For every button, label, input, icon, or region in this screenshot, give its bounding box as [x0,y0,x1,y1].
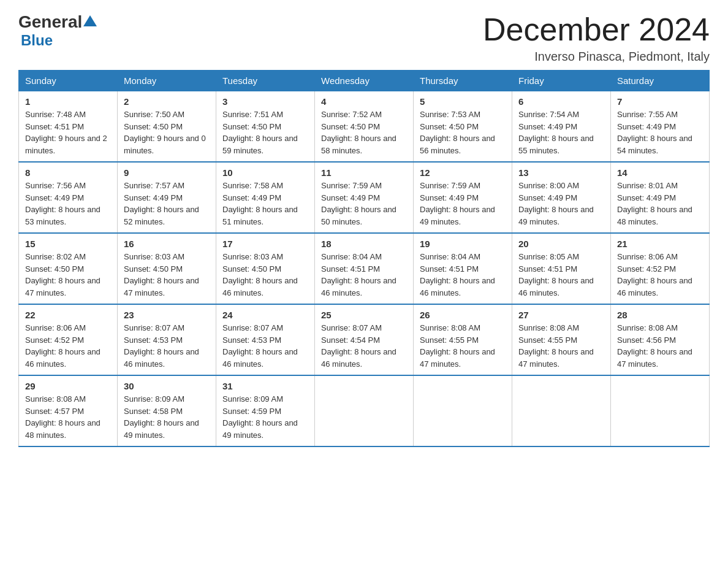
calendar-day-cell [315,375,414,446]
sunset-label: Sunset: 4:52 PM [617,264,676,274]
day-number: 25 [321,310,407,320]
sunset-label: Sunset: 4:49 PM [518,193,577,202]
day-info: Sunrise: 8:01 AM Sunset: 4:49 PM Dayligh… [617,180,703,228]
calendar-table: Sunday Monday Tuesday Wednesday Thursday… [18,70,710,447]
sunrise-label: Sunrise: 8:04 AM [420,252,480,261]
col-saturday: Saturday [611,71,710,91]
day-info: Sunrise: 8:04 AM Sunset: 4:51 PM Dayligh… [321,251,407,299]
calendar-day-cell: 11 Sunrise: 7:59 AM Sunset: 4:49 PM Dayl… [315,162,414,233]
sunrise-label: Sunrise: 8:06 AM [25,323,86,332]
day-info: Sunrise: 8:06 AM Sunset: 4:52 PM Dayligh… [25,322,111,370]
col-wednesday: Wednesday [315,71,414,91]
day-info: Sunrise: 8:08 AM Sunset: 4:56 PM Dayligh… [617,322,703,370]
svg-marker-0 [83,15,97,26]
daylight-label: Daylight: 8 hours and 47 minutes. [25,276,100,297]
calendar-day-cell: 26 Sunrise: 8:08 AM Sunset: 4:55 PM Dayl… [414,304,512,375]
calendar-day-cell: 29 Sunrise: 8:08 AM Sunset: 4:57 PM Dayl… [19,375,118,446]
day-info: Sunrise: 7:52 AM Sunset: 4:50 PM Dayligh… [321,109,407,156]
sunset-label: Sunset: 4:51 PM [518,264,577,274]
sunset-label: Sunset: 4:50 PM [222,264,281,274]
sunrise-label: Sunrise: 7:53 AM [420,110,480,119]
calendar-day-cell: 9 Sunrise: 7:57 AM Sunset: 4:49 PM Dayli… [118,162,216,233]
calendar-day-cell: 22 Sunrise: 8:06 AM Sunset: 4:52 PM Dayl… [19,304,118,375]
sunrise-label: Sunrise: 7:55 AM [617,110,678,119]
sunset-label: Sunset: 4:50 PM [25,264,84,274]
day-number: 31 [222,381,308,391]
daylight-label: Daylight: 8 hours and 52 minutes. [124,205,199,226]
daylight-label: Daylight: 9 hours and 0 minutes. [124,134,206,155]
day-info: Sunrise: 7:54 AM Sunset: 4:49 PM Dayligh… [518,109,604,156]
calendar-day-cell: 16 Sunrise: 8:03 AM Sunset: 4:50 PM Dayl… [118,233,216,304]
sunset-label: Sunset: 4:55 PM [420,335,479,345]
day-info: Sunrise: 8:02 AM Sunset: 4:50 PM Dayligh… [25,251,111,299]
day-info: Sunrise: 8:07 AM Sunset: 4:53 PM Dayligh… [222,322,308,370]
calendar-day-cell: 8 Sunrise: 7:56 AM Sunset: 4:49 PM Dayli… [19,162,118,233]
sunset-label: Sunset: 4:51 PM [321,264,380,274]
sunrise-label: Sunrise: 7:59 AM [321,181,382,190]
daylight-label: Daylight: 8 hours and 58 minutes. [321,134,396,155]
day-info: Sunrise: 7:51 AM Sunset: 4:50 PM Dayligh… [222,109,308,156]
daylight-label: Daylight: 8 hours and 46 minutes. [222,276,298,297]
sunrise-label: Sunrise: 7:56 AM [25,181,86,190]
day-number: 14 [617,167,703,178]
daylight-label: Daylight: 8 hours and 55 minutes. [518,134,594,155]
day-info: Sunrise: 7:50 AM Sunset: 4:50 PM Dayligh… [124,109,210,156]
day-info: Sunrise: 7:56 AM Sunset: 4:49 PM Dayligh… [25,180,111,228]
day-number: 6 [518,96,604,107]
calendar-day-cell: 31 Sunrise: 8:09 AM Sunset: 4:59 PM Dayl… [216,375,315,446]
calendar-day-cell: 23 Sunrise: 8:07 AM Sunset: 4:53 PM Dayl… [118,304,216,375]
day-info: Sunrise: 8:06 AM Sunset: 4:52 PM Dayligh… [617,251,703,299]
calendar-day-cell: 14 Sunrise: 8:01 AM Sunset: 4:49 PM Dayl… [611,162,710,233]
sunset-label: Sunset: 4:49 PM [420,193,479,202]
daylight-label: Daylight: 8 hours and 46 minutes. [124,347,199,369]
sunset-label: Sunset: 4:50 PM [321,122,380,131]
day-info: Sunrise: 7:58 AM Sunset: 4:49 PM Dayligh… [222,180,308,228]
daylight-label: Daylight: 8 hours and 59 minutes. [222,134,298,155]
calendar-day-cell: 12 Sunrise: 7:59 AM Sunset: 4:49 PM Dayl… [414,162,512,233]
daylight-label: Daylight: 8 hours and 48 minutes. [25,418,100,440]
day-number: 18 [321,239,407,249]
daylight-label: Daylight: 8 hours and 50 minutes. [321,205,396,226]
day-number: 21 [617,239,703,249]
sunrise-label: Sunrise: 7:52 AM [321,110,382,119]
calendar-day-cell: 19 Sunrise: 8:04 AM Sunset: 4:51 PM Dayl… [414,233,512,304]
sunrise-label: Sunrise: 8:04 AM [321,252,382,261]
month-title: December 2024 [483,12,710,47]
calendar-day-cell: 15 Sunrise: 8:02 AM Sunset: 4:50 PM Dayl… [19,233,118,304]
day-number: 3 [222,96,308,107]
col-friday: Friday [512,71,611,91]
sunset-label: Sunset: 4:51 PM [420,264,479,274]
day-info: Sunrise: 8:03 AM Sunset: 4:50 PM Dayligh… [124,251,210,299]
sunset-label: Sunset: 4:52 PM [25,335,84,345]
sunrise-label: Sunrise: 8:08 AM [25,394,86,404]
day-number: 4 [321,96,407,107]
calendar-day-cell: 6 Sunrise: 7:54 AM Sunset: 4:49 PM Dayli… [512,91,611,163]
daylight-label: Daylight: 8 hours and 47 minutes. [518,347,594,369]
sunset-label: Sunset: 4:50 PM [420,122,479,131]
calendar-day-cell: 30 Sunrise: 8:09 AM Sunset: 4:58 PM Dayl… [118,375,216,446]
day-number: 15 [25,239,111,249]
day-number: 20 [518,239,604,249]
daylight-label: Daylight: 8 hours and 46 minutes. [420,276,495,297]
sunrise-label: Sunrise: 8:09 AM [124,394,184,404]
sunset-label: Sunset: 4:53 PM [222,335,281,345]
day-info: Sunrise: 8:09 AM Sunset: 4:58 PM Dayligh… [124,393,210,441]
calendar-day-cell: 27 Sunrise: 8:08 AM Sunset: 4:55 PM Dayl… [512,304,611,375]
calendar-day-cell: 1 Sunrise: 7:48 AM Sunset: 4:51 PM Dayli… [19,91,118,163]
day-info: Sunrise: 7:55 AM Sunset: 4:49 PM Dayligh… [617,109,703,156]
day-info: Sunrise: 7:48 AM Sunset: 4:51 PM Dayligh… [25,109,111,156]
daylight-label: Daylight: 8 hours and 46 minutes. [25,347,100,369]
day-info: Sunrise: 8:03 AM Sunset: 4:50 PM Dayligh… [222,251,308,299]
day-number: 24 [222,310,308,320]
calendar-day-cell: 25 Sunrise: 8:07 AM Sunset: 4:54 PM Dayl… [315,304,414,375]
calendar-header: Sunday Monday Tuesday Wednesday Thursday… [19,71,710,91]
col-sunday: Sunday [19,71,118,91]
calendar-week-row: 29 Sunrise: 8:08 AM Sunset: 4:57 PM Dayl… [19,375,710,446]
page-header: General Blue December 2024 Inverso Pinas… [18,12,710,64]
daylight-label: Daylight: 8 hours and 49 minutes. [124,418,199,440]
daylight-label: Daylight: 8 hours and 47 minutes. [420,347,495,369]
sunrise-label: Sunrise: 8:08 AM [518,323,579,332]
daylight-label: Daylight: 8 hours and 53 minutes. [25,205,100,226]
sunset-label: Sunset: 4:49 PM [518,122,577,131]
daylight-label: Daylight: 8 hours and 49 minutes. [420,205,495,226]
